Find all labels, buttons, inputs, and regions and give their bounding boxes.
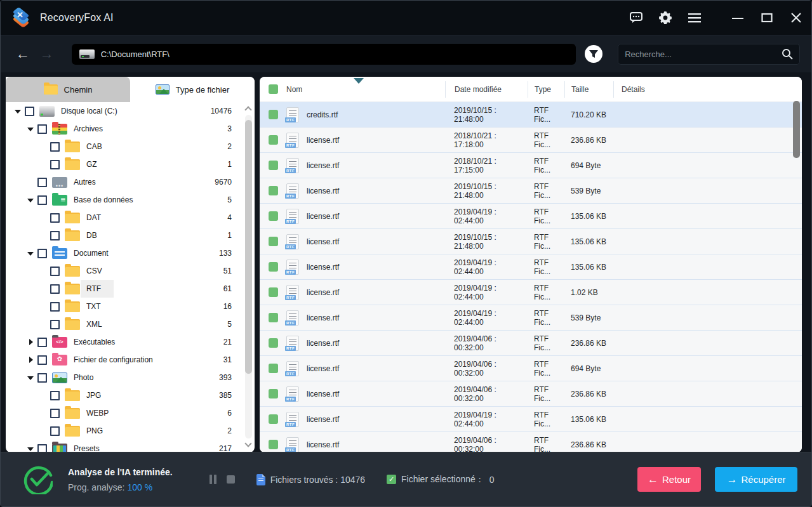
expand-arrow-icon[interactable] [26, 195, 35, 204]
tree-item[interactable]: Presets 217 [6, 440, 255, 452]
expand-arrow-icon[interactable] [39, 267, 48, 275]
settings-gear-icon[interactable] [659, 11, 672, 24]
expand-arrow-icon[interactable] [26, 355, 35, 364]
table-row[interactable]: credits.rtf 2019/10/15 : 21:48:00 RTF Fi… [260, 102, 802, 128]
row-checkbox[interactable] [269, 414, 278, 424]
tree-item[interactable]: Document 133 [6, 244, 255, 262]
scroll-up-icon[interactable] [244, 106, 251, 113]
expand-arrow-icon[interactable] [39, 320, 48, 329]
close-icon[interactable] [790, 11, 802, 24]
stop-button[interactable] [227, 475, 235, 484]
scroll-down-icon[interactable] [244, 440, 251, 447]
tree-item[interactable]: PNG 2 [6, 422, 255, 440]
tree-item[interactable]: GZ 1 [6, 155, 255, 173]
tree-checkbox[interactable] [37, 444, 47, 453]
maximize-icon[interactable] [761, 11, 773, 24]
row-checkbox[interactable] [269, 262, 278, 272]
tree-item[interactable]: Disque local (C:) 10476 [6, 102, 255, 120]
tree-checkbox[interactable] [37, 124, 47, 134]
expand-arrow-icon[interactable] [26, 178, 35, 187]
expand-arrow-icon[interactable] [26, 249, 35, 258]
tree-checkbox[interactable] [37, 373, 47, 383]
select-all-checkbox[interactable] [269, 84, 278, 94]
expand-arrow-icon[interactable] [26, 373, 35, 382]
expand-arrow-icon[interactable] [39, 142, 48, 151]
table-row[interactable]: license.rtf 2019/04/06 : 00:32:00 RTF Fi… [260, 331, 802, 356]
tree-item[interactable]: JPG 385 [6, 386, 255, 404]
tree-item[interactable]: Base de données 5 [6, 191, 255, 209]
tree-item[interactable]: DB 1 [6, 227, 255, 244]
expand-arrow-icon[interactable] [39, 160, 48, 169]
feedback-icon[interactable] [630, 11, 642, 24]
back-button[interactable]: ← Retour [637, 467, 701, 492]
tree-checkbox[interactable] [50, 409, 60, 418]
expand-arrow-icon[interactable] [13, 107, 22, 115]
table-scrollbar-thumb[interactable] [793, 101, 800, 158]
tree-item[interactable]: Autres 9670 [6, 173, 255, 191]
tree-checkbox[interactable] [25, 107, 34, 116]
tree-item[interactable]: Photo 393 [6, 369, 255, 386]
menu-icon[interactable] [688, 11, 701, 24]
tree-checkbox[interactable] [37, 355, 47, 365]
tree-item[interactable]: WEBP 6 [6, 404, 255, 422]
expand-arrow-icon[interactable] [39, 231, 48, 240]
row-checkbox[interactable] [269, 287, 278, 297]
expand-arrow-icon[interactable] [39, 213, 48, 222]
back-arrow-button[interactable]: ← [12, 46, 34, 62]
row-checkbox[interactable] [269, 186, 278, 195]
tree-checkbox[interactable] [37, 195, 47, 205]
row-checkbox[interactable] [269, 237, 278, 246]
table-row[interactable]: license.rtf 2019/04/06 : 00:32:00 RTF Fi… [260, 432, 802, 452]
forward-arrow-button[interactable]: → [36, 46, 58, 62]
tree-item[interactable]: Archives 3 [6, 120, 255, 138]
tree-item[interactable]: RTF 61 [6, 280, 255, 298]
tree-item[interactable]: Exécutables 21 [6, 333, 255, 351]
tree-item[interactable]: CAB 2 [6, 138, 255, 155]
row-checkbox[interactable] [269, 313, 278, 322]
row-checkbox[interactable] [269, 440, 278, 449]
table-row[interactable]: license.rtf 2019/04/19 : 02:44:00 RTF Fi… [260, 305, 802, 331]
tree-checkbox[interactable] [50, 231, 60, 240]
expand-arrow-icon[interactable] [39, 426, 48, 435]
tree-checkbox[interactable] [50, 391, 60, 400]
path-bar[interactable]: C:\Document\RTF\ [72, 44, 576, 65]
tree-item[interactable]: TXT 16 [6, 298, 255, 315]
row-checkbox[interactable] [269, 364, 278, 373]
sidebar-scrollbar[interactable] [244, 103, 253, 450]
row-checkbox[interactable] [269, 135, 278, 145]
table-row[interactable]: license.rtf 2019/04/19 : 02:44:00 RTF Fi… [260, 254, 802, 280]
filter-button[interactable] [585, 45, 602, 63]
sort-arrow-icon[interactable] [354, 78, 364, 84]
tree-item[interactable]: CSV 51 [6, 262, 255, 280]
tree-checkbox[interactable] [37, 178, 47, 187]
tree-checkbox[interactable] [50, 284, 60, 294]
row-checkbox[interactable] [269, 211, 278, 221]
tree-checkbox[interactable] [50, 142, 60, 152]
search-icon[interactable] [782, 48, 793, 60]
expand-arrow-icon[interactable] [39, 391, 48, 400]
column-header-type[interactable]: Type [528, 81, 564, 98]
tree-item[interactable]: XML 5 [6, 315, 255, 333]
expand-arrow-icon[interactable] [26, 124, 35, 133]
pause-button[interactable] [210, 475, 218, 484]
column-header-taille[interactable]: Taille [564, 81, 613, 98]
tree-checkbox[interactable] [50, 267, 60, 276]
table-row[interactable]: license.rtf 2019/10/15 : 21:48:00 RTF Fi… [260, 229, 802, 254]
tab-chemin[interactable]: Chemin [6, 77, 130, 102]
row-checkbox[interactable] [269, 389, 278, 398]
table-row[interactable]: license.rtf 2019/04/06 : 00:32:00 RTF Fi… [260, 356, 802, 381]
row-checkbox[interactable] [269, 338, 278, 348]
tree-checkbox[interactable] [50, 320, 60, 329]
expand-arrow-icon[interactable] [39, 302, 48, 311]
tree-checkbox[interactable] [37, 338, 47, 347]
tab-type-de-fichier[interactable]: Type de fichier [130, 77, 255, 102]
table-row[interactable]: license.rtf 2019/10/15 : 21:48:00 RTF Fi… [260, 178, 802, 204]
search-input[interactable] [625, 49, 782, 59]
table-row[interactable]: license.rtf 2019/04/06 : 00:32:00 RTF Fi… [260, 381, 802, 407]
table-row[interactable]: license.rtf 2019/04/19 : 02:44:00 RTF Fi… [260, 204, 802, 229]
expand-arrow-icon[interactable] [26, 338, 35, 346]
tree-checkbox[interactable] [50, 160, 60, 169]
table-row[interactable]: license.rtf 2018/10/21 : 17:15:00 RTF Fi… [260, 153, 802, 178]
tree-checkbox[interactable] [50, 302, 60, 312]
row-checkbox[interactable] [269, 161, 278, 170]
